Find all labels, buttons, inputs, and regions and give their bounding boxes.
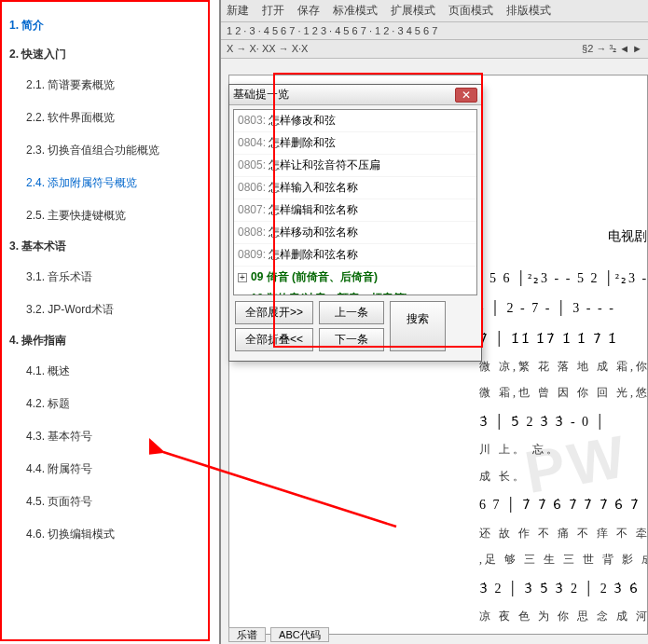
prev-button[interactable]: 上一条 [319, 301, 384, 324]
score-lyrics: 成 长。 [479, 467, 647, 488]
transform-toolbar[interactable]: X → X· XX → X·X §2 → ³₂ ◄ ► [221, 40, 648, 59]
nav-item[interactable]: 2.3. 切换音值组合功能概览 [26, 134, 200, 167]
close-button[interactable]: ✕ [455, 88, 477, 103]
nav-item[interactable]: 4.5. 页面符号 [26, 486, 200, 518]
score-lyrics: 川 上。 忘。 [479, 440, 647, 461]
menu-item[interactable]: 排版模式 [506, 4, 551, 17]
menu-item[interactable]: 保存 [297, 4, 320, 17]
nav-item[interactable]: 3.2. JP-Word术语 [26, 294, 200, 326]
nav-item[interactable]: 4.1. 概述 [26, 355, 200, 388]
score-notes: 6 7 │ 7̇ 7̇ 6̇ 7̇ 7̇ 7̇ 6̇ 7̇ [479, 493, 647, 517]
dialog-titlebar[interactable]: 基础提一览 ✕ [229, 85, 481, 105]
search-button[interactable]: 搜索 [390, 301, 446, 351]
nav-item[interactable]: 2.5. 主要快捷键概览 [26, 199, 200, 232]
menu-bar: 新建打开保存标准模式扩展模式页面模式排版模式 [221, 0, 648, 22]
help-dialog: 基础提一览 ✕ 0803:怎样修改和弦0804:怎样删除和弦0805:怎样让和弦… [228, 84, 482, 362]
nav-item[interactable]: 4.4. 附属符号 [26, 453, 200, 486]
dialog-title-text: 基础提一览 [233, 87, 455, 103]
list-item[interactable]: 0803:怎样修改和弦 [234, 110, 476, 132]
nav-item[interactable]: 4.2. 标题 [26, 388, 200, 420]
score-lyrics: ,足 够 三 生 三 世 背 影 成 [479, 550, 647, 571]
help-listbox[interactable]: 0803:怎样修改和弦0804:怎样删除和弦0805:怎样让和弦音符不压扁080… [233, 109, 477, 295]
score-notes: 7̇ │ 1̇1̇ 1̇7̇ 1̇ 1̇ 7̇ 1̇ [479, 327, 647, 351]
nav-item[interactable]: 2.1. 简谱要素概览 [26, 69, 200, 102]
score-lyrics: §(女)凉 凉 三 生 三 世 恍 然 如 梦 [479, 633, 647, 635]
list-item[interactable]: 0809:怎样删除和弦名称 [234, 244, 476, 267]
list-item[interactable]: 0806:怎样输入和弦名称 [234, 177, 476, 199]
score-lyrics: 凉 夜 色 为 你 思 念 成 河 [479, 607, 647, 628]
menu-item[interactable]: 标准模式 [333, 4, 378, 17]
score-notes: 3̇ │ 5̇ 2 3̇ 3̇ - 0 │ [479, 410, 647, 434]
nav-item[interactable]: 3.1. 音乐术语 [26, 261, 200, 294]
score-notes: . 5 6 │²₂3 - - 5 2 │²₂3 - - [479, 267, 647, 291]
tree-item[interactable]: +10 装饰音(波音、颤音、顿音等) [234, 288, 476, 295]
score-notes: 3̇ 2 │ 3̇ 5̇ 3̇ 2 │ 2 3̇ 6̇ [479, 577, 647, 601]
menu-item[interactable]: 扩展模式 [391, 4, 435, 17]
collapse-all-button[interactable]: 全部折叠<< [235, 328, 313, 351]
score-lyrics: 微 霜,也 曾 因 你 回 光,悠 [479, 383, 647, 404]
nav-item[interactable]: 2. 快速入门 [9, 40, 200, 69]
list-item[interactable]: 0808:怎样移动和弦名称 [234, 222, 476, 244]
nav-item[interactable]: 2.2. 软件界面概览 [26, 102, 200, 134]
nav-sidebar: 1. 简介2. 快速入门2.1. 简谱要素概览2.2. 软件界面概览2.3. 切… [0, 0, 210, 641]
tab-abc[interactable]: ABC代码 [270, 627, 329, 642]
menu-item[interactable]: 打开 [262, 4, 284, 17]
transform-right: §2 → ³₂ ◄ ► [582, 43, 642, 55]
tab-score[interactable]: 乐谱 [228, 627, 266, 642]
score-notes: - │ 2 - 7 - │ 3 - - - [479, 296, 647, 321]
score-content: 电视剧 . 5 6 │²₂3 - - 5 2 │²₂3 - -- │ 2 - 7… [479, 225, 647, 635]
expand-all-button[interactable]: 全部展开>> [235, 301, 313, 324]
score-lyrics: 还 故 作 不 痛 不 痒 不 牵 [479, 524, 647, 545]
nav-item[interactable]: 4.6. 切换编辑模式 [26, 518, 200, 551]
next-button[interactable]: 下一条 [319, 328, 384, 351]
score-subtitle: 电视剧 [479, 225, 647, 248]
nav-item[interactable]: 3. 基本术语 [9, 232, 200, 261]
menu-item[interactable]: 新建 [227, 4, 249, 17]
note-toolbar[interactable]: 1 2 · 3 · 4 5 6 7 · 1 2 3 · 4 5 6 7 · 1 … [221, 22, 648, 40]
score-lyrics: 微 凉,繁 花 落 地 成 霜,你 [479, 357, 647, 378]
list-item[interactable]: 0805:怎样让和弦音符不压扁 [234, 155, 476, 177]
tree-item[interactable]: +09 倚音 (前倚音、后倚音) [234, 267, 476, 288]
nav-item[interactable]: 2.4. 添加附属符号概览 [26, 167, 200, 199]
bottom-tabs[interactable]: 乐谱 ABC代码 [228, 628, 331, 642]
list-item[interactable]: 0804:怎样删除和弦 [234, 132, 476, 155]
list-item[interactable]: 0807:怎样编辑和弦名称 [234, 199, 476, 222]
transform-left: X → X· XX → X·X [227, 43, 308, 54]
nav-item[interactable]: 1. 简介 [9, 11, 200, 40]
menu-item[interactable]: 页面模式 [448, 4, 493, 17]
nav-item[interactable]: 4.3. 基本符号 [26, 420, 200, 453]
nav-item[interactable]: 4. 操作指南 [9, 326, 200, 355]
